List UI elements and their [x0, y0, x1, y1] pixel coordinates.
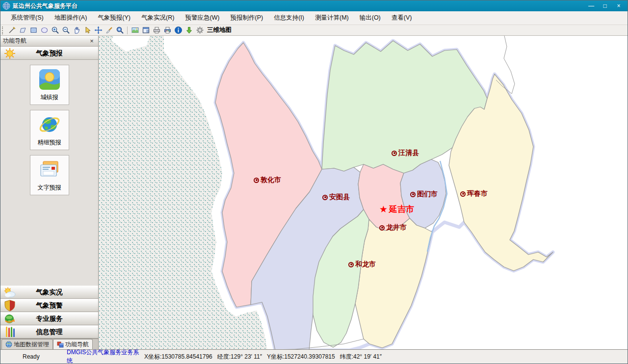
menu-forecast-making[interactable]: 预报制作(P): [225, 12, 269, 24]
sun-icon: [3, 48, 16, 59]
draw-ellipse-icon[interactable]: [39, 26, 50, 35]
draw-rectangle-icon[interactable]: [28, 26, 39, 35]
toolbar-grip[interactable]: [2, 26, 4, 34]
print-color-icon[interactable]: [162, 26, 173, 35]
sun-cloud-icon: [3, 286, 16, 298]
toolbar-separator: [127, 26, 128, 34]
layers-icon: [57, 341, 64, 348]
download-icon[interactable]: [183, 26, 194, 35]
app-globe-icon: [2, 2, 10, 10]
select-arrow-icon[interactable]: [82, 26, 93, 35]
status-longitude: 经度:129° 23′ 11″: [217, 353, 262, 361]
main-area: 功能导航 × 气象预报 城镇报: [0, 36, 628, 349]
menu-system[interactable]: 系统管理(S): [5, 12, 49, 24]
section-info-management[interactable]: 信息管理: [0, 325, 98, 338]
menu-warning[interactable]: 预警应急(W): [180, 12, 225, 24]
application-window: 延边州公共气象服务平台 — □ × 系统管理(S) 地图操作(A) 气象预报(Y…: [0, 0, 628, 364]
fine-forecast-label: 精细预报: [38, 138, 61, 147]
base-map: [99, 36, 628, 349]
menu-bar: 系统管理(S) 地图操作(A) 气象预报(Y) 气象实况(R) 预警应急(W) …: [0, 11, 628, 25]
section-label: 气象实况: [16, 288, 82, 297]
zoom-out-icon[interactable]: [60, 26, 71, 35]
section-label: 气象预报: [16, 49, 82, 58]
map-viewport[interactable]: 敦化市 安图县 汪清县 图们市 珲春市 ★ 延吉市: [99, 36, 628, 349]
nav-panel-header: 功能导航 ×: [0, 36, 98, 47]
title-bar: 延边州公共气象服务平台 — □ ×: [0, 0, 628, 11]
status-system-name: DMGIS公共气象服务业务系统: [67, 348, 144, 364]
text-forecast-icon: [38, 158, 61, 181]
nav-close-icon[interactable]: ×: [88, 37, 96, 45]
maximize-button[interactable]: □: [598, 1, 612, 10]
globe-arrow-icon: [3, 313, 16, 325]
move-icon[interactable]: [93, 26, 104, 35]
section-live-weather[interactable]: 气象实况: [0, 286, 98, 299]
menu-output[interactable]: 输出(O): [354, 12, 386, 24]
nav-bottom-sections: 气象实况 气象预警 专业服务: [0, 286, 98, 338]
section-professional-service[interactable]: 专业服务: [0, 312, 98, 325]
status-coordinates: X坐标:1530785.84541796 经度:129° 23′ 11″ Y坐标…: [144, 353, 382, 361]
pencils-icon: [3, 326, 16, 338]
text-forecast-label: 文字预报: [38, 183, 61, 192]
toolbar: 三维地图: [0, 25, 628, 36]
pan-hand-icon[interactable]: [71, 26, 82, 35]
menu-live-weather[interactable]: 气象实况(R): [136, 12, 180, 24]
town-forecast-button[interactable]: 城镇报: [30, 65, 69, 105]
section-weather-warning[interactable]: 气象预警: [0, 299, 98, 312]
minimize-button[interactable]: —: [584, 1, 598, 10]
print-icon[interactable]: [151, 26, 162, 35]
export-image-icon[interactable]: [130, 26, 140, 35]
globe-icon: [5, 341, 12, 348]
menu-view[interactable]: 查看(V): [386, 12, 418, 24]
window-title: 延边州公共气象服务平台: [13, 2, 584, 10]
shield-icon: [3, 300, 16, 312]
draw-line-icon[interactable]: [6, 26, 17, 35]
nav-content: 城镇报 精细预报: [0, 60, 98, 286]
style-brush-icon[interactable]: [104, 26, 114, 35]
zoom-full-extent-icon[interactable]: [114, 26, 125, 35]
town-forecast-label: 城镇报: [41, 93, 58, 102]
form-view-icon[interactable]: [140, 26, 151, 35]
fine-forecast-button[interactable]: 精细预报: [30, 110, 69, 150]
about-info-icon[interactable]: [173, 26, 183, 35]
settings-gear-icon[interactable]: [194, 26, 205, 35]
draw-polygon-icon[interactable]: [17, 26, 28, 35]
text-forecast-button[interactable]: 文字预报: [30, 155, 69, 195]
menu-map-ops[interactable]: 地图操作(A): [49, 12, 93, 24]
menu-info-support[interactable]: 信息支持(I): [268, 12, 310, 24]
town-forecast-icon: [38, 68, 61, 91]
nav-panel-title: 功能导航: [3, 37, 88, 45]
close-button[interactable]: ×: [612, 1, 626, 10]
status-ready: Ready: [23, 353, 67, 360]
menu-forecast[interactable]: 气象预报(Y): [92, 12, 136, 24]
tab-map-data-management[interactable]: 地图数据管理: [1, 339, 53, 349]
section-label: 气象预警: [16, 301, 82, 310]
function-nav-panel: 功能导航 × 气象预报 城镇报: [0, 36, 99, 349]
tab-function-nav[interactable]: 功能导航: [53, 339, 93, 349]
tab-label: 功能导航: [65, 340, 89, 349]
section-label: 专业服务: [16, 314, 82, 323]
status-x-coord: X坐标:1530785.84541796: [144, 353, 212, 361]
zoom-in-icon[interactable]: [50, 26, 60, 35]
map3d-button[interactable]: 三维地图: [207, 26, 232, 34]
status-bar: Ready DMGIS公共气象服务业务系统 X坐标:1530785.845417…: [0, 349, 628, 364]
status-y-coord: Y坐标:1527240.39307815: [267, 353, 335, 361]
status-latitude: 纬度:42° 19′ 41″: [340, 353, 382, 361]
section-label: 信息管理: [16, 328, 82, 337]
menu-measure[interactable]: 测量计算(M): [310, 12, 354, 24]
section-weather-forecast[interactable]: 气象预报: [0, 47, 98, 60]
panel-tab-bar: 地图数据管理 功能导航: [0, 338, 98, 349]
tab-label: 地图数据管理: [14, 340, 49, 349]
fine-forecast-icon: [38, 113, 61, 136]
